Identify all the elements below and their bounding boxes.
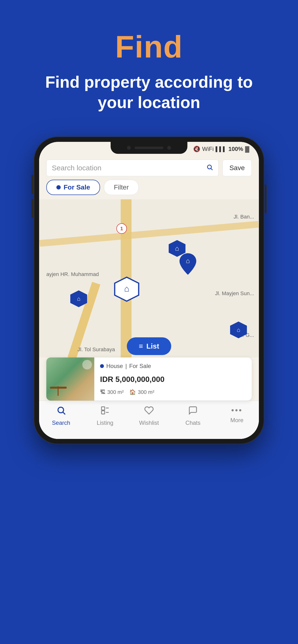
chats-nav-icon bbox=[188, 406, 198, 418]
for-sale-dot bbox=[56, 185, 61, 190]
chats-nav-label: Chats bbox=[186, 420, 201, 426]
listing-nav-label: Listing bbox=[97, 420, 113, 426]
volume-up-button bbox=[32, 175, 33, 194]
header-section: Find Find property according to your loc… bbox=[0, 0, 298, 127]
nav-item-chats[interactable]: Chats bbox=[176, 406, 210, 426]
property-image bbox=[46, 358, 94, 400]
map-label-3: Jl. Mayjen Sun... bbox=[215, 290, 254, 296]
map-label-5: Jl. Tol Surabaya bbox=[77, 346, 115, 353]
svg-rect-7 bbox=[101, 407, 105, 410]
map-road-diagonal-1 bbox=[39, 221, 259, 247]
svg-text:⌂: ⌂ bbox=[124, 284, 129, 294]
search-nav-label: Search bbox=[52, 420, 70, 426]
property-card[interactable]: House | For Sale IDR 5,000,000,000 🏗 300… bbox=[46, 358, 252, 400]
more-nav-label: More bbox=[230, 417, 244, 424]
status-icons: 🔇 WiFi ▌▌▌ 100% ▓ bbox=[193, 146, 249, 152]
svg-line-6 bbox=[63, 412, 65, 414]
camera-dot bbox=[127, 146, 131, 150]
filter-button[interactable]: Filter bbox=[104, 180, 138, 195]
battery-icon: ▓ bbox=[245, 146, 249, 152]
property-type-row: House | For Sale bbox=[100, 363, 246, 370]
house-icon-3: ⌂ bbox=[237, 326, 240, 333]
speaker-grille bbox=[135, 146, 163, 149]
listing-nav-icon bbox=[100, 406, 110, 418]
separator: | bbox=[125, 363, 127, 370]
building-area: 300 m² bbox=[138, 389, 154, 395]
search-bar-area: Search location Save bbox=[39, 156, 259, 180]
more-nav-icon: ••• bbox=[231, 406, 243, 415]
mute-icon: 🔇 bbox=[193, 146, 200, 152]
nav-item-search[interactable]: Search bbox=[44, 406, 78, 426]
hex-marker-2: ⌂ bbox=[70, 290, 87, 307]
list-label: List bbox=[146, 342, 159, 350]
land-area: 300 m² bbox=[107, 389, 123, 395]
sensor-dot bbox=[167, 146, 171, 150]
property-specs: 🏗 300 m² 🏠 300 m² bbox=[100, 389, 246, 395]
land-icon: 🏗 bbox=[100, 389, 105, 395]
property-marker-2[interactable]: ⌂ bbox=[70, 290, 87, 307]
search-nav-icon bbox=[56, 406, 66, 418]
list-view-button[interactable]: ≡ List bbox=[127, 337, 171, 355]
wifi-icon: WiFi bbox=[202, 146, 214, 152]
road-number: 1 bbox=[120, 226, 123, 232]
save-button[interactable]: Save bbox=[222, 160, 252, 176]
for-sale-label: For Sale bbox=[64, 184, 90, 191]
svg-rect-8 bbox=[101, 411, 105, 414]
phone-outer: 🔇 WiFi ▌▌▌ 100% ▓ Search location bbox=[34, 136, 264, 444]
nav-item-wishlist[interactable]: Wishlist bbox=[132, 406, 166, 426]
volume-down-button bbox=[32, 199, 33, 218]
type-indicator-dot bbox=[100, 364, 104, 368]
battery-indicator: 100% bbox=[228, 146, 243, 152]
property-marker-3[interactable]: ⌂ bbox=[230, 322, 247, 338]
search-input-container[interactable]: Search location bbox=[46, 160, 219, 176]
wishlist-nav-label: Wishlist bbox=[139, 420, 159, 426]
sale-type: For Sale bbox=[129, 363, 151, 370]
hex-marker-3: ⌂ bbox=[230, 322, 247, 338]
phone-screen: 🔇 WiFi ▌▌▌ 100% ▓ Search location bbox=[39, 142, 259, 439]
property-marker-pin[interactable]: ⌂ bbox=[178, 252, 198, 277]
phone-notch bbox=[111, 142, 187, 154]
property-type: House bbox=[106, 363, 123, 370]
svg-text:⌂: ⌂ bbox=[186, 257, 190, 264]
property-card-area: House | For Sale IDR 5,000,000,000 🏗 300… bbox=[39, 358, 259, 439]
map-label-1: Jl. Ban... bbox=[233, 214, 254, 220]
road-number-badge: 1 bbox=[116, 223, 127, 234]
property-marker-large[interactable]: ⌂ bbox=[113, 276, 140, 303]
filter-row: For Sale Filter bbox=[39, 180, 259, 199]
property-price: IDR 5,000,000,000 bbox=[100, 375, 246, 384]
map-label-2: ayjen HR. Muhammad bbox=[46, 271, 99, 278]
page-subtitle: Find property according to your location bbox=[41, 72, 257, 112]
land-area-spec: 🏗 300 m² bbox=[100, 389, 123, 395]
svg-point-5 bbox=[58, 407, 63, 413]
search-icon[interactable] bbox=[206, 164, 213, 172]
svg-line-1 bbox=[211, 168, 212, 170]
list-icon: ≡ bbox=[139, 342, 143, 350]
page-title: Find bbox=[115, 29, 183, 65]
house-icon: ⌂ bbox=[175, 244, 179, 252]
property-thumbnail-decor bbox=[49, 382, 68, 396]
svg-point-0 bbox=[208, 165, 211, 169]
map-area: Jl. Ban... ayjen HR. Muhammad Jl. Mayjen… bbox=[39, 199, 259, 362]
bottom-navigation: Search Listing bbox=[39, 400, 259, 439]
property-details: House | For Sale IDR 5,000,000,000 🏗 300… bbox=[94, 358, 252, 400]
power-button bbox=[265, 184, 266, 213]
building-area-spec: 🏠 300 m² bbox=[129, 389, 154, 395]
for-sale-filter-button[interactable]: For Sale bbox=[46, 180, 100, 195]
building-icon: 🏠 bbox=[129, 389, 136, 395]
search-location-placeholder: Search location bbox=[52, 164, 203, 172]
signal-icon: ▌▌▌ bbox=[216, 146, 227, 152]
nav-item-more[interactable]: ••• More bbox=[220, 406, 254, 424]
nav-item-listing[interactable]: Listing bbox=[88, 406, 122, 426]
image-circle-decor bbox=[82, 360, 92, 370]
wishlist-nav-icon bbox=[144, 406, 154, 418]
phone-mockup: 🔇 WiFi ▌▌▌ 100% ▓ Search location bbox=[34, 136, 264, 444]
house-icon-2: ⌂ bbox=[77, 296, 81, 302]
